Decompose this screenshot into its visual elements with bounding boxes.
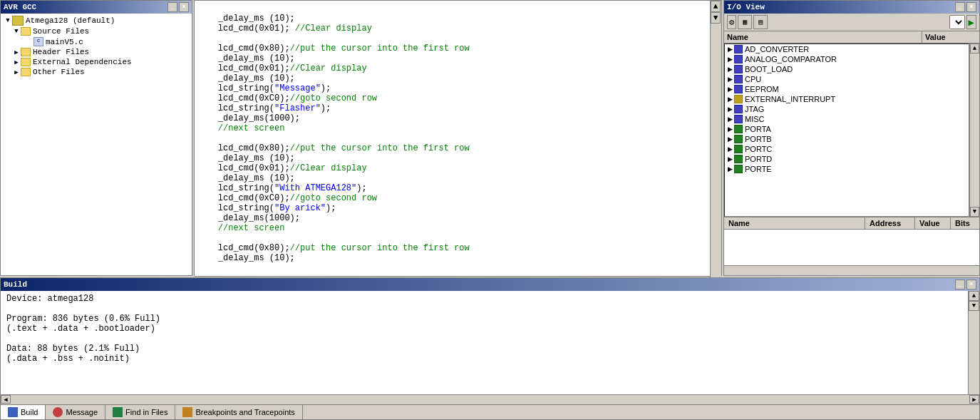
io-close-btn[interactable]: × — [966, 2, 976, 12]
io-item-portb[interactable]: ▶ PORTB — [725, 134, 969, 144]
message-tab-icon — [53, 407, 63, 417]
tree-toggle-extdeps: ▶ — [12, 58, 21, 66]
io-item-portc[interactable]: ▶ PORTC — [725, 144, 969, 154]
io-label-extint: EXTERNAL_INTERRUPT — [745, 95, 835, 103]
build-hscrollbar[interactable]: ◀ ▶ — [1, 394, 979, 404]
io-icon-jtag — [734, 105, 743, 113]
io-dropdown[interactable] — [949, 15, 965, 29]
ext-deps-label: External Dependencies — [33, 58, 132, 66]
io-minimize-btn[interactable]: _ — [955, 2, 965, 12]
find-tab-icon — [113, 407, 123, 417]
io-item-boot-load[interactable]: ▶ BOOT_LOAD — [725, 64, 969, 74]
io-item-jtag[interactable]: ▶ JTAG — [725, 104, 969, 114]
build-line-4: (.data + .bss + .noinit) — [6, 354, 962, 364]
main-layout: AVR GCC _ × ▼ Atmega128 (default) ▼ Sour… — [0, 0, 980, 420]
io-title: I/O View — [727, 3, 765, 11]
editor-content[interactable]: _delay_ms (10); lcd_cmd(0x01); //Clear d… — [195, 1, 710, 276]
tree-toggle-other: ▶ — [12, 68, 21, 76]
build-line-0: Device: atmega128 — [6, 294, 962, 304]
build-vscrollbar[interactable]: ▲ ▼ — [968, 291, 979, 394]
tree-item-ext-deps[interactable]: ▶ External Dependencies — [2, 57, 190, 67]
io-view-panel: I/O View _ × ⚙ ▦ ▤ ▶ Name Value — [723, 0, 980, 276]
build-main: Device: atmega128 Program: 836 bytes (0.… — [1, 291, 979, 394]
editor-vscrollbar[interactable]: ▲ ▼ — [710, 1, 721, 304]
build-scroll-up[interactable]: ▲ — [969, 291, 979, 301]
avr-tree: ▼ Atmega128 (default) ▼ Source Files c m… — [1, 14, 192, 275]
io-expand-porte: ▶ — [728, 165, 733, 173]
source-folder-icon — [21, 27, 31, 36]
io-tree-list: ▶ AD_CONVERTER ▶ ANALOG_COMPARATOR ▶ BOO… — [724, 43, 969, 217]
io-tree-area: ▶ AD_CONVERTER ▶ ANALOG_COMPARATOR ▶ BOO… — [724, 43, 979, 217]
io-item-cpu[interactable]: ▶ CPU — [725, 74, 969, 84]
io-icon-portd — [734, 155, 743, 163]
build-line-1: Program: 836 bytes (0.6% Full) — [6, 314, 962, 324]
io-icon-porte — [734, 165, 743, 173]
break-tab-icon — [182, 407, 192, 417]
io-label-jtag: JTAG — [745, 105, 764, 113]
io-bottom-hscroll[interactable] — [724, 265, 979, 275]
tree-item-other-files[interactable]: ▶ Other Files — [2, 67, 190, 77]
tree-toggle-header: ▶ — [12, 48, 21, 56]
tab-build[interactable]: Build — [1, 405, 46, 419]
build-scroll-down[interactable]: ▼ — [969, 301, 979, 311]
io-expand-ad: ▶ — [728, 46, 733, 53]
io-scroll-down[interactable]: ▼ — [970, 207, 979, 217]
build-close-btn[interactable]: × — [966, 280, 976, 290]
io-titlebar-btns: _ × — [955, 2, 976, 12]
io-expand-cpu: ▶ — [728, 76, 733, 83]
io-label-eeprom: EEPROM — [745, 85, 779, 93]
io-item-analog-comp[interactable]: ▶ ANALOG_COMPARATOR — [725, 54, 969, 64]
tab-bar: Build Message Find in Files Breakpoints … — [1, 404, 979, 419]
io-vscrollbar[interactable]: ▲ ▼ — [969, 43, 979, 217]
tab-breakpoints[interactable]: Breakpoints and Tracepoints — [175, 405, 302, 419]
tab-break-label: Breakpoints and Tracepoints — [195, 408, 294, 416]
vscroll-down-btn[interactable]: ▼ — [711, 12, 721, 24]
avr-minimize-btn[interactable]: _ — [167, 2, 177, 12]
io-grid2-btn[interactable]: ▤ — [753, 15, 768, 29]
tree-item-header-files[interactable]: ▶ Header Files — [2, 47, 190, 57]
build-minimize-btn[interactable]: _ — [955, 280, 965, 290]
io-item-misc[interactable]: ▶ MISC — [725, 114, 969, 124]
io-expand-portc: ▶ — [728, 145, 733, 153]
io-gear-btn[interactable]: ⚙ — [727, 15, 736, 29]
header-folder-icon — [21, 48, 31, 56]
io-col-headers: Name Value — [724, 31, 979, 43]
io-expand-extint: ▶ — [728, 96, 733, 103]
build-hscroll-right[interactable]: ▶ — [969, 395, 979, 404]
top-area: AVR GCC _ × ▼ Atmega128 (default) ▼ Sour… — [0, 0, 980, 276]
build-line-blank2 — [6, 334, 962, 344]
tree-item-mainv5[interactable]: c mainV5.c — [2, 36, 190, 47]
io-refresh-btn[interactable]: ▶ — [966, 15, 976, 29]
tab-message[interactable]: Message — [46, 405, 105, 419]
io-item-porte[interactable]: ▶ PORTE — [725, 164, 969, 174]
io-icon-portb — [734, 135, 743, 143]
tab-find-files[interactable]: Find in Files — [105, 405, 175, 419]
avr-titlebar: AVR GCC _ × — [1, 1, 192, 14]
build-hscroll-left[interactable]: ◀ — [1, 395, 11, 404]
extdeps-folder-icon — [21, 58, 31, 66]
editor-panel: _delay_ms (10); lcd_cmd(0x01); //Clear d… — [194, 0, 722, 276]
io-label-portc: PORTC — [745, 145, 772, 153]
build-hscroll-track — [11, 395, 969, 404]
tree-item-project[interactable]: ▼ Atmega128 (default) — [2, 15, 190, 26]
io-item-ext-int[interactable]: ▶ EXTERNAL_INTERRUPT — [725, 94, 969, 104]
io-label-boot: BOOT_LOAD — [745, 65, 793, 73]
io-bottom-address: Address — [865, 217, 915, 229]
io-expand-porta: ▶ — [728, 126, 733, 133]
other-files-label: Other Files — [33, 68, 85, 76]
io-grid1-btn[interactable]: ▦ — [738, 15, 752, 29]
io-icon-ad — [734, 45, 743, 53]
io-scroll-up[interactable]: ▲ — [970, 43, 979, 53]
mainv5-label: mainV5.c — [46, 38, 83, 46]
io-item-eeprom[interactable]: ▶ EEPROM — [725, 84, 969, 94]
io-icon-extint — [734, 95, 743, 103]
vscroll-up-btn[interactable]: ▲ — [711, 1, 721, 12]
io-bottom-bits: Bits — [951, 217, 979, 229]
io-label-porta: PORTA — [745, 125, 771, 133]
io-label-porte: PORTE — [745, 165, 772, 173]
tree-item-source-files[interactable]: ▼ Source Files — [2, 26, 190, 36]
io-item-porta[interactable]: ▶ PORTA — [725, 124, 969, 134]
avr-close-btn[interactable]: × — [179, 2, 189, 12]
io-item-portd[interactable]: ▶ PORTD — [725, 154, 969, 164]
io-item-ad-converter[interactable]: ▶ AD_CONVERTER — [725, 44, 969, 54]
